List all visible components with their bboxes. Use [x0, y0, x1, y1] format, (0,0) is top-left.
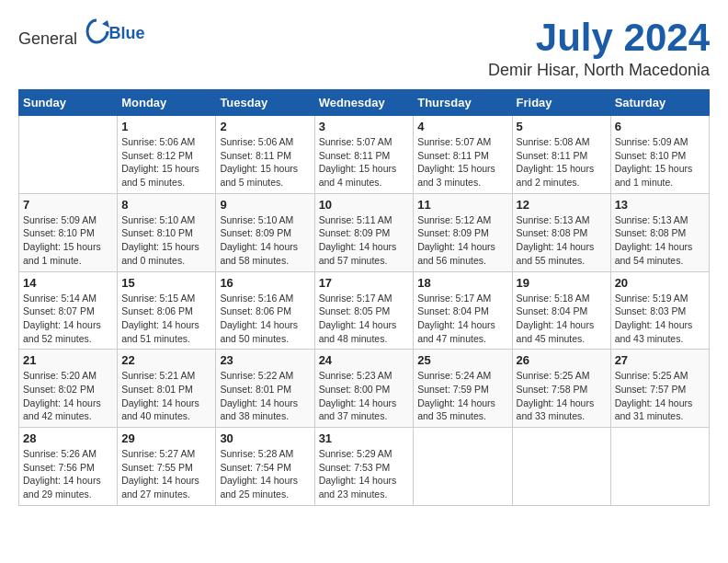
calendar-day-cell: 13Sunrise: 5:13 AMSunset: 8:08 PMDayligh…: [610, 193, 709, 271]
day-number: 20: [615, 276, 705, 290]
day-number: 25: [417, 353, 507, 367]
calendar-day-cell: 27Sunrise: 5:25 AMSunset: 7:57 PMDayligh…: [610, 350, 709, 428]
day-number: 9: [220, 198, 310, 212]
calendar-day-cell: [512, 428, 610, 506]
day-info: Sunrise: 5:07 AMSunset: 8:11 PMDaylight:…: [319, 135, 410, 190]
calendar-body: 1Sunrise: 5:06 AMSunset: 8:12 PMDaylight…: [19, 116, 710, 506]
calendar-day-cell: 20Sunrise: 5:19 AMSunset: 8:03 PMDayligh…: [610, 271, 709, 350]
calendar-day-cell: 14Sunrise: 5:14 AMSunset: 8:07 PMDayligh…: [19, 271, 118, 350]
day-number: 27: [615, 353, 705, 367]
day-info: Sunrise: 5:13 AMSunset: 8:08 PMDaylight:…: [615, 213, 705, 268]
day-info: Sunrise: 5:15 AMSunset: 8:06 PMDaylight:…: [121, 292, 211, 346]
day-info: Sunrise: 5:09 AMSunset: 8:10 PMDaylight:…: [615, 135, 705, 190]
day-number: 11: [417, 198, 507, 212]
calendar-day-cell: 15Sunrise: 5:15 AMSunset: 8:06 PMDayligh…: [118, 271, 216, 350]
calendar-day-cell: 29Sunrise: 5:27 AMSunset: 7:55 PMDayligh…: [118, 428, 216, 506]
calendar-day-cell: 31Sunrise: 5:29 AMSunset: 7:53 PMDayligh…: [314, 428, 414, 506]
day-info: Sunrise: 5:23 AMSunset: 8:00 PMDaylight:…: [319, 369, 410, 423]
day-number: 14: [23, 276, 113, 290]
day-number: 3: [319, 120, 410, 133]
day-number: 13: [615, 198, 705, 212]
day-info: Sunrise: 5:29 AMSunset: 7:53 PMDaylight:…: [319, 447, 410, 501]
calendar-day-cell: 17Sunrise: 5:17 AMSunset: 8:05 PMDayligh…: [314, 271, 414, 350]
calendar-day-cell: [414, 428, 512, 506]
day-number: 29: [121, 431, 211, 445]
weekday-header-cell: Tuesday: [216, 90, 314, 116]
weekday-header-cell: Wednesday: [314, 90, 414, 116]
calendar-week-row: 14Sunrise: 5:14 AMSunset: 8:07 PMDayligh…: [19, 271, 710, 350]
calendar-week-row: 1Sunrise: 5:06 AMSunset: 8:12 PMDaylight…: [19, 116, 710, 194]
weekday-header-cell: Monday: [118, 90, 216, 116]
day-number: 4: [417, 120, 507, 133]
calendar-week-row: 21Sunrise: 5:20 AMSunset: 8:02 PMDayligh…: [19, 350, 710, 428]
calendar-day-cell: 12Sunrise: 5:13 AMSunset: 8:08 PMDayligh…: [512, 193, 610, 271]
day-info: Sunrise: 5:26 AMSunset: 7:56 PMDaylight:…: [23, 447, 113, 501]
day-info: Sunrise: 5:19 AMSunset: 8:03 PMDaylight:…: [615, 292, 705, 346]
weekday-header-cell: Saturday: [610, 90, 709, 116]
day-info: Sunrise: 5:22 AMSunset: 8:01 PMDaylight:…: [220, 369, 310, 423]
logo: General Blue: [18, 18, 145, 49]
header: General Blue July 2024 Demir Hisar, Nort…: [18, 18, 710, 80]
day-info: Sunrise: 5:12 AMSunset: 8:09 PMDaylight:…: [417, 213, 507, 268]
calendar-day-cell: 1Sunrise: 5:06 AMSunset: 8:12 PMDaylight…: [118, 116, 216, 194]
day-info: Sunrise: 5:21 AMSunset: 8:01 PMDaylight:…: [121, 369, 211, 423]
day-info: Sunrise: 5:14 AMSunset: 8:07 PMDaylight:…: [23, 292, 113, 346]
day-info: Sunrise: 5:16 AMSunset: 8:06 PMDaylight:…: [220, 292, 310, 346]
day-number: 30: [220, 431, 310, 445]
calendar-day-cell: 22Sunrise: 5:21 AMSunset: 8:01 PMDayligh…: [118, 350, 216, 428]
calendar-day-cell: 10Sunrise: 5:11 AMSunset: 8:09 PMDayligh…: [314, 193, 414, 271]
calendar-day-cell: 9Sunrise: 5:10 AMSunset: 8:09 PMDaylight…: [216, 193, 314, 271]
day-number: 10: [319, 198, 410, 212]
calendar-day-cell: 7Sunrise: 5:09 AMSunset: 8:10 PMDaylight…: [19, 193, 118, 271]
weekday-header: SundayMondayTuesdayWednesdayThursdayFrid…: [19, 90, 710, 116]
day-info: Sunrise: 5:20 AMSunset: 8:02 PMDaylight:…: [23, 369, 113, 423]
day-info: Sunrise: 5:25 AMSunset: 7:58 PMDaylight:…: [517, 369, 607, 423]
calendar-day-cell: 24Sunrise: 5:23 AMSunset: 8:00 PMDayligh…: [314, 350, 414, 428]
day-number: 6: [615, 120, 705, 133]
calendar-day-cell: 5Sunrise: 5:08 AMSunset: 8:11 PMDaylight…: [512, 116, 610, 194]
day-info: Sunrise: 5:09 AMSunset: 8:10 PMDaylight:…: [23, 213, 113, 268]
day-info: Sunrise: 5:25 AMSunset: 7:57 PMDaylight:…: [615, 369, 705, 423]
day-info: Sunrise: 5:24 AMSunset: 7:59 PMDaylight:…: [417, 369, 507, 423]
calendar-day-cell: 16Sunrise: 5:16 AMSunset: 8:06 PMDayligh…: [216, 271, 314, 350]
logo-blue: Blue: [109, 24, 145, 42]
day-info: Sunrise: 5:07 AMSunset: 8:11 PMDaylight:…: [417, 135, 507, 190]
day-info: Sunrise: 5:10 AMSunset: 8:10 PMDaylight:…: [121, 213, 211, 268]
weekday-header-cell: Friday: [512, 90, 610, 116]
day-number: 22: [121, 353, 211, 367]
day-number: 19: [517, 276, 607, 290]
day-number: 2: [220, 120, 310, 133]
calendar-day-cell: 21Sunrise: 5:20 AMSunset: 8:02 PMDayligh…: [19, 350, 118, 428]
calendar-day-cell: 28Sunrise: 5:26 AMSunset: 7:56 PMDayligh…: [19, 428, 118, 506]
day-number: 24: [319, 353, 410, 367]
calendar-day-cell: 19Sunrise: 5:18 AMSunset: 8:04 PMDayligh…: [512, 271, 610, 350]
day-info: Sunrise: 5:08 AMSunset: 8:11 PMDaylight:…: [517, 135, 607, 190]
day-number: 15: [121, 276, 211, 290]
weekday-header-cell: Thursday: [414, 90, 512, 116]
day-info: Sunrise: 5:06 AMSunset: 8:11 PMDaylight:…: [220, 135, 310, 190]
calendar-day-cell: 25Sunrise: 5:24 AMSunset: 7:59 PMDayligh…: [414, 350, 512, 428]
day-number: 31: [319, 431, 410, 445]
day-number: 7: [23, 198, 113, 212]
day-number: 23: [220, 353, 310, 367]
calendar-day-cell: 30Sunrise: 5:28 AMSunset: 7:54 PMDayligh…: [216, 428, 314, 506]
day-number: 12: [517, 198, 607, 212]
calendar-day-cell: 4Sunrise: 5:07 AMSunset: 8:11 PMDaylight…: [414, 116, 512, 194]
calendar-day-cell: 2Sunrise: 5:06 AMSunset: 8:11 PMDaylight…: [216, 116, 314, 194]
day-number: 5: [517, 120, 607, 133]
calendar-day-cell: 26Sunrise: 5:25 AMSunset: 7:58 PMDayligh…: [512, 350, 610, 428]
day-info: Sunrise: 5:06 AMSunset: 8:12 PMDaylight:…: [121, 135, 211, 190]
calendar-table: SundayMondayTuesdayWednesdayThursdayFrid…: [18, 89, 710, 506]
day-info: Sunrise: 5:10 AMSunset: 8:09 PMDaylight:…: [220, 213, 310, 268]
calendar-day-cell: 23Sunrise: 5:22 AMSunset: 8:01 PMDayligh…: [216, 350, 314, 428]
logo-icon: [84, 18, 109, 44]
day-number: 18: [417, 276, 507, 290]
day-number: 17: [319, 276, 410, 290]
calendar-day-cell: [19, 116, 118, 194]
day-number: 28: [23, 431, 113, 445]
calendar-day-cell: 18Sunrise: 5:17 AMSunset: 8:04 PMDayligh…: [414, 271, 512, 350]
calendar-day-cell: 6Sunrise: 5:09 AMSunset: 8:10 PMDaylight…: [610, 116, 709, 194]
day-info: Sunrise: 5:28 AMSunset: 7:54 PMDaylight:…: [220, 447, 310, 501]
logo-general: General: [18, 29, 77, 48]
calendar-day-cell: 11Sunrise: 5:12 AMSunset: 8:09 PMDayligh…: [414, 193, 512, 271]
